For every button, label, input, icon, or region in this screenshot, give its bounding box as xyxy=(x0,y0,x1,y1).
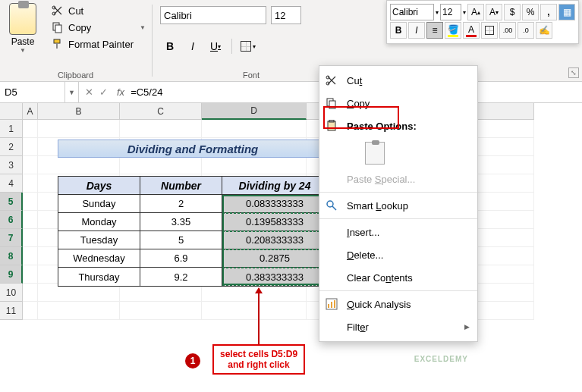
row-header[interactable]: 1 xyxy=(0,120,23,138)
enter-formula-button[interactable]: ✓ xyxy=(99,86,108,98)
scissors-icon xyxy=(324,73,339,88)
svg-rect-4 xyxy=(54,39,60,43)
name-box[interactable] xyxy=(0,82,65,102)
col-header[interactable]: B xyxy=(38,103,120,120)
cut-label: Cut xyxy=(68,5,83,17)
row-header[interactable]: 2 xyxy=(0,138,23,156)
font-family-select[interactable] xyxy=(160,6,266,24)
cut-button[interactable]: Cut xyxy=(52,5,146,17)
font-size-select[interactable] xyxy=(271,6,301,24)
chevron-down-icon: ▼ xyxy=(140,24,146,31)
select-all-corner[interactable] xyxy=(0,103,23,120)
ctx-quick-analysis[interactable]: Quick Analysis xyxy=(319,293,477,315)
italic-button[interactable]: I xyxy=(408,22,425,39)
copy-icon xyxy=(52,21,64,33)
row-header[interactable]: 9 xyxy=(0,265,23,284)
table-cell[interactable]: 0.383333333 xyxy=(222,268,327,286)
decrease-decimal-button[interactable]: .0 xyxy=(518,22,534,39)
borders-button[interactable]: ▾ xyxy=(238,36,258,56)
copy-button[interactable]: Copy ▼ xyxy=(52,21,146,33)
row-header[interactable]: 11 xyxy=(0,302,23,320)
row-header[interactable]: 3 xyxy=(0,156,23,174)
bold-button[interactable]: B xyxy=(160,36,180,56)
table-cell[interactable]: 0.208333333 xyxy=(222,231,327,249)
fill-color-button[interactable]: 🪣 xyxy=(445,22,461,39)
increase-decimal-button[interactable]: .00 xyxy=(499,22,516,39)
table-header[interactable]: Dividing by 24 xyxy=(222,177,327,195)
bold-button[interactable]: B xyxy=(390,22,407,39)
table-cell[interactable]: 0.139583333 xyxy=(222,213,327,231)
table-cell[interactable]: Wednesday xyxy=(58,249,140,268)
font-color-button[interactable]: A xyxy=(463,22,480,39)
decrease-font-button[interactable]: A▾ xyxy=(486,4,502,20)
row-header[interactable]: 8 xyxy=(0,247,23,265)
paintbrush-icon xyxy=(52,38,64,50)
clipboard-icon xyxy=(9,3,36,35)
name-box-dropdown[interactable]: ▼ xyxy=(65,82,79,102)
table-cell[interactable]: Monday xyxy=(58,213,140,231)
comma-format-button[interactable]: , xyxy=(540,4,557,20)
row-header[interactable]: 6 xyxy=(0,211,23,229)
underline-button[interactable]: U▾ xyxy=(206,36,225,56)
table-cell[interactable]: 0.2875 xyxy=(222,249,327,268)
ctx-clear[interactable]: Clear Contents xyxy=(319,266,477,289)
mini-size-select[interactable] xyxy=(440,4,461,20)
format-painter-button[interactable]: Format Painter xyxy=(52,38,146,50)
percent-format-button[interactable]: % xyxy=(522,4,539,20)
table-cell[interactable]: Thursday xyxy=(58,268,140,286)
fx-icon[interactable]: fx xyxy=(114,86,127,98)
format-painter-label: Format Painter xyxy=(68,39,134,50)
mini-toolbar: ▾ ▾ A▴ A▾ $ % , ▦ B I ≡ 🪣 A .00 .0 ✍ xyxy=(386,0,579,44)
ctx-cut[interactable]: Cut xyxy=(319,69,477,92)
increase-font-button[interactable]: A▴ xyxy=(467,4,484,20)
clipboard-icon xyxy=(324,118,339,133)
ctx-paste-special: Paste Special... xyxy=(319,168,477,190)
ctx-filter[interactable]: Filter ▶ xyxy=(319,315,477,338)
formula-bar: ▼ ✕ ✓ fx xyxy=(0,82,582,103)
accounting-format-button[interactable]: $ xyxy=(504,4,521,20)
data-table: Days Number Dividing by 24 Sunday 2 0.08… xyxy=(58,176,328,287)
table-cell[interactable]: 2 xyxy=(140,195,222,213)
paste-dropdown[interactable]: Paste ▼ xyxy=(0,0,46,81)
center-align-button[interactable]: ≡ xyxy=(426,22,443,39)
table-header[interactable]: Number xyxy=(140,177,222,195)
font-group-label: Font xyxy=(243,71,260,80)
table-header[interactable]: Days xyxy=(58,177,140,195)
format-painter-button[interactable]: ✍ xyxy=(536,22,552,39)
context-menu: Cut Copy Paste Options: Paste Special...… xyxy=(319,65,478,342)
cancel-formula-button[interactable]: ✕ xyxy=(85,86,93,98)
paste-option-button[interactable] xyxy=(365,142,385,165)
row-header[interactable]: 7 xyxy=(0,229,23,247)
annotation-arrow xyxy=(258,288,260,344)
borders-button[interactable] xyxy=(481,22,498,39)
ctx-copy[interactable]: Copy xyxy=(319,92,477,114)
ctx-insert[interactable]: Insert... xyxy=(319,221,477,243)
col-header[interactable]: C xyxy=(120,103,202,120)
mini-font-select[interactable] xyxy=(390,4,434,20)
watermark: EXCELDEMY xyxy=(414,355,468,363)
row-header[interactable]: 4 xyxy=(0,174,23,193)
font-dialog-launcher[interactable]: ⤡ xyxy=(568,67,579,78)
table-cell[interactable]: 9.2 xyxy=(140,268,222,286)
ctx-smart-lookup[interactable]: Smart Lookup xyxy=(319,194,477,217)
svg-line-13 xyxy=(332,206,336,210)
title-cell[interactable]: Dividing and Formatting xyxy=(58,140,328,158)
svg-point-12 xyxy=(327,201,333,207)
svg-rect-3 xyxy=(55,25,61,33)
table-cell[interactable]: 5 xyxy=(140,231,222,249)
ctx-delete[interactable]: Delete... xyxy=(319,243,477,266)
col-header[interactable]: A xyxy=(23,103,38,120)
conditional-format-button[interactable]: ▦ xyxy=(558,4,575,20)
table-cell[interactable]: Tuesday xyxy=(58,231,140,249)
table-cell[interactable]: 6.9 xyxy=(140,249,222,268)
row-header[interactable]: 5 xyxy=(0,193,23,211)
copy-icon xyxy=(324,96,339,111)
svg-rect-15 xyxy=(328,304,329,308)
italic-button[interactable]: I xyxy=(183,36,203,56)
table-cell[interactable]: 0.083333333 xyxy=(222,195,327,213)
copy-label: Copy xyxy=(68,22,91,33)
row-header[interactable]: 10 xyxy=(0,284,23,302)
col-header[interactable]: D xyxy=(202,103,307,120)
table-cell[interactable]: 3.35 xyxy=(140,213,222,231)
table-cell[interactable]: Sunday xyxy=(58,195,140,213)
